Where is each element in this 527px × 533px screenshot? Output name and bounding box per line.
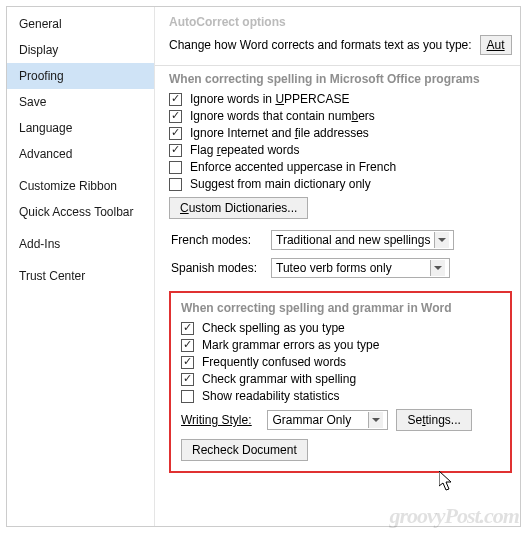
office-check-label-5: Suggest from main dictionary only [190,177,371,191]
options-sidebar: GeneralDisplayProofingSaveLanguageAdvanc… [7,7,155,526]
recheck-document-button[interactable]: Recheck Document [181,439,308,461]
autocorrect-options-button[interactable]: Aut [480,35,512,55]
office-check-label-3: Flag repeated words [190,143,299,157]
office-checkbox-4[interactable] [169,161,182,174]
word-checkbox-1[interactable] [181,339,194,352]
chevron-down-icon [430,260,445,276]
options-content: AutoCorrect options Change how Word corr… [155,7,520,526]
office-checkbox-1[interactable] [169,110,182,123]
office-check-label-1: Ignore words that contain numbers [190,109,375,123]
sidebar-item-language[interactable]: Language [7,115,154,141]
french-modes-select[interactable]: Traditional and new spellings [271,230,454,250]
spanish-modes-select[interactable]: Tuteo verb forms only [271,258,450,278]
sidebar-item-add-ins[interactable]: Add-Ins [7,231,154,257]
word-checkbox-0[interactable] [181,322,194,335]
word-check-label-4: Show readability statistics [202,389,339,403]
word-checkbox-3[interactable] [181,373,194,386]
settings-button[interactable]: Settings... [396,409,471,431]
sidebar-item-save[interactable]: Save [7,89,154,115]
autocorrect-intro-text: Change how Word corrects and formats tex… [169,38,472,52]
spanish-modes-label: Spanish modes: [171,261,257,275]
french-modes-label: French modes: [171,233,251,247]
sidebar-item-quick-access-toolbar[interactable]: Quick Access Toolbar [7,199,154,225]
word-checkbox-4[interactable] [181,390,194,403]
sidebar-item-proofing[interactable]: Proofing [7,63,154,89]
sidebar-item-general[interactable]: General [7,11,154,37]
word-check-label-1: Mark grammar errors as you type [202,338,379,352]
office-check-label-4: Enforce accented uppercase in French [190,160,396,174]
mouse-cursor-icon [439,471,455,493]
section-office-title: When correcting spelling in Microsoft Of… [169,72,512,86]
sidebar-item-advanced[interactable]: Advanced [7,141,154,167]
grammar-section-highlight: When correcting spelling and grammar in … [169,291,512,473]
office-check-label-0: Ignore words in UPPERCASE [190,92,349,106]
section-word-title: When correcting spelling and grammar in … [181,301,502,315]
chevron-down-icon [368,412,383,428]
sidebar-item-trust-center[interactable]: Trust Center [7,263,154,289]
office-checkbox-5[interactable] [169,178,182,191]
section-autocorrect-title: AutoCorrect options [169,15,512,29]
office-checkbox-2[interactable] [169,127,182,140]
word-check-label-3: Check grammar with spelling [202,372,356,386]
office-check-label-2: Ignore Internet and file addresses [190,126,369,140]
writing-style-select[interactable]: Grammar Only [267,410,388,430]
writing-style-label: Writing Style: [181,413,251,427]
sidebar-item-display[interactable]: Display [7,37,154,63]
language-modes-table: French modes: Traditional and new spelli… [169,225,460,283]
custom-dictionaries-button[interactable]: Custom Dictionaries... [169,197,308,219]
office-checkbox-0[interactable] [169,93,182,106]
word-check-label-0: Check spelling as you type [202,321,345,335]
office-checkbox-3[interactable] [169,144,182,157]
sidebar-item-customize-ribbon[interactable]: Customize Ribbon [7,173,154,199]
word-check-label-2: Frequently confused words [202,355,346,369]
word-checkbox-2[interactable] [181,356,194,369]
chevron-down-icon [434,232,449,248]
